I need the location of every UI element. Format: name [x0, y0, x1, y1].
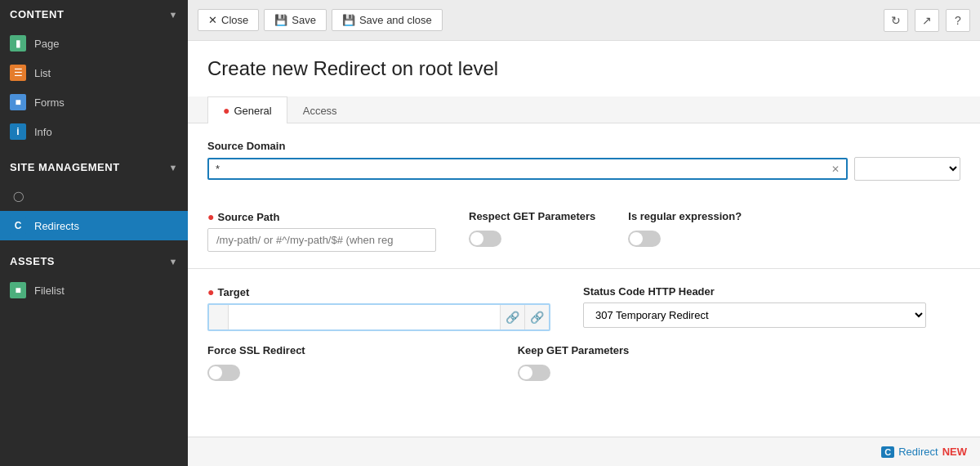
sidebar-item-list[interactable]: ☰ List	[0, 58, 188, 87]
sidebar-item-filelist[interactable]: ■ Filelist	[0, 276, 188, 305]
ssl-row: Force SSL Redirect Keep GET Parameters	[207, 344, 960, 381]
target-prefix	[209, 305, 229, 329]
external-link-button[interactable]: ↗	[915, 9, 939, 32]
domain-select[interactable]	[854, 157, 960, 181]
section-divider	[188, 268, 980, 269]
respect-get-toggle[interactable]	[469, 231, 595, 247]
main-content: ✕ Close 💾 Save 💾 Save and close ↻ ↗ ?	[188, 0, 980, 466]
force-ssl-toggle-control[interactable]	[207, 365, 240, 381]
tab-access[interactable]: Access	[287, 96, 353, 123]
help-button[interactable]: ?	[946, 9, 970, 32]
fields-row-1: ● Source Path Respect GET Parameters Is …	[207, 210, 960, 252]
redirects-icon: C	[10, 217, 26, 234]
source-domain-input-wrapper: ✕	[207, 158, 848, 180]
close-button[interactable]: ✕ Close	[198, 9, 259, 31]
keep-get-label: Keep GET Parameters	[518, 344, 630, 356]
assets-chevron-icon: ▼	[169, 257, 178, 267]
source-domain-row: ✕	[207, 157, 960, 181]
status-code-group: Status Code HTTP Header 301 Moved Perman…	[583, 285, 926, 328]
sidebar-item-info-label: Info	[34, 126, 52, 138]
is-regex-group: Is regular expression?	[628, 210, 742, 247]
sidebar-item-page-label: Page	[34, 38, 59, 50]
target-group: ● Target 🔗 🔗	[207, 285, 550, 331]
source-path-label: ● Source Path	[207, 210, 436, 223]
tab-general-label: General	[234, 105, 271, 117]
external-link-icon: ↗	[922, 14, 932, 27]
history-button[interactable]: ↻	[884, 9, 908, 32]
list-icon: ☰	[10, 65, 26, 81]
sidebar-item-redirects-label: Redirects	[34, 220, 79, 232]
history-icon: ↻	[891, 14, 901, 27]
target-anchor-icon[interactable]: 🔗	[524, 305, 549, 329]
toolbar-right: ↻ ↗ ?	[884, 9, 970, 32]
sidebar-item-filelist-label: Filelist	[34, 285, 65, 297]
forms-icon: ■	[10, 94, 26, 110]
filelist-icon: ■	[10, 282, 26, 298]
force-ssl-toggle[interactable]	[207, 365, 305, 381]
page-icon: ▮	[10, 35, 26, 52]
source-domain-input[interactable]	[216, 163, 831, 175]
content-section-header: CONTENT ▼	[0, 0, 188, 29]
info-icon: i	[10, 123, 26, 140]
force-ssl-group: Force SSL Redirect	[207, 344, 305, 381]
close-x-icon: ✕	[208, 14, 217, 26]
is-regex-label: Is regular expression?	[628, 210, 742, 222]
save-close-label: Save and close	[359, 14, 432, 26]
sidebar-item-info[interactable]: i Info	[0, 117, 188, 146]
target-error-icon: ●	[207, 285, 214, 298]
sidebar-item-forms[interactable]: ■ Forms	[0, 87, 188, 117]
tabs-bar: ● General Access	[188, 96, 980, 123]
site-management-label: SITE MANAGEMENT	[10, 161, 120, 173]
target-input-wrapper: 🔗 🔗	[207, 303, 550, 331]
close-label: Close	[221, 14, 248, 26]
keep-get-toggle-control[interactable]	[518, 365, 550, 381]
target-input[interactable]	[229, 307, 500, 328]
redirect-footer-icon: C	[881, 446, 894, 458]
status-code-select[interactable]: 301 Moved Permanently 302 Found 303 See …	[583, 302, 926, 328]
source-path-group: ● Source Path	[207, 210, 436, 252]
assets-label: ASSETS	[10, 255, 55, 267]
general-error-icon: ●	[223, 104, 229, 117]
footer-bar: C Redirect NEW	[188, 437, 980, 466]
save-button[interactable]: 💾 Save	[264, 9, 327, 31]
assets-section-header: ASSETS ▼	[0, 247, 188, 276]
tab-general[interactable]: ● General	[207, 96, 287, 123]
help-icon: ?	[955, 14, 961, 27]
respect-get-group: Respect GET Parameters	[469, 210, 595, 247]
sidebar-item-redirects-active[interactable]: C Redirects	[0, 211, 188, 240]
content-chevron-icon: ▼	[169, 10, 178, 20]
target-row: ● Target 🔗 🔗 Status Code HTTP Header 301…	[207, 285, 960, 331]
sidebar-item-page[interactable]: ▮ Page	[0, 29, 188, 58]
toolbar: ✕ Close 💾 Save 💾 Save and close ↻ ↗ ?	[188, 0, 980, 41]
new-badge: NEW	[942, 446, 967, 458]
target-link-icon[interactable]: 🔗	[500, 305, 524, 329]
is-regex-toggle-control[interactable]	[628, 231, 661, 247]
content-area: Create new Redirect on root level ● Gene…	[188, 41, 980, 437]
sidebar-item-forms-label: Forms	[34, 96, 65, 109]
save-icon: 💾	[274, 14, 287, 26]
sidebar-item-redirects[interactable]: ◯	[0, 181, 188, 211]
source-path-error-icon: ●	[207, 210, 214, 223]
redirect-new-link[interactable]: C Redirect NEW	[881, 446, 967, 458]
source-domain-group: Source Domain ✕	[207, 140, 960, 197]
status-code-label: Status Code HTTP Header	[583, 285, 926, 298]
save-close-button[interactable]: 💾 Save and close	[332, 9, 443, 31]
globe-icon: ◯	[10, 188, 26, 204]
toolbar-left: ✕ Close 💾 Save 💾 Save and close	[198, 9, 443, 31]
site-management-chevron-icon: ▼	[169, 163, 178, 173]
sidebar-item-list-label: List	[34, 67, 51, 79]
source-path-input[interactable]	[207, 228, 436, 252]
keep-get-toggle[interactable]	[518, 365, 630, 381]
content-section-label: CONTENT	[10, 8, 64, 20]
respect-get-label: Respect GET Parameters	[469, 210, 595, 222]
is-regex-toggle[interactable]	[628, 231, 742, 247]
footer-redirect-label: Redirect	[898, 446, 938, 458]
save-label: Save	[292, 14, 316, 26]
save-close-icon: 💾	[342, 14, 355, 26]
site-management-section-header: SITE MANAGEMENT ▼	[0, 153, 188, 181]
target-label: ● Target	[207, 285, 550, 298]
page-title: Create new Redirect on root level	[207, 57, 960, 80]
tab-access-label: Access	[303, 105, 337, 117]
respect-get-toggle-control[interactable]	[469, 231, 501, 247]
source-domain-clear-icon[interactable]: ✕	[831, 164, 840, 175]
